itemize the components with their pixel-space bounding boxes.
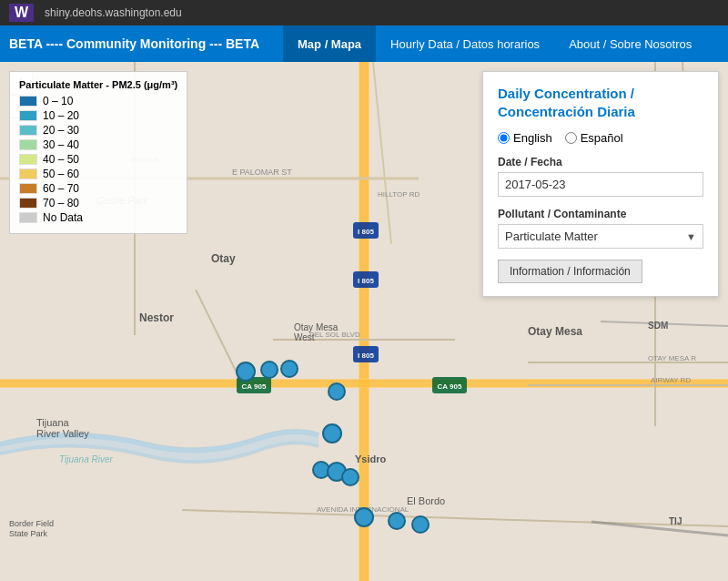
svg-text:I 805: I 805 — [358, 228, 374, 236]
app-title: BETA ---- Community Monitoring --- BETA — [9, 36, 274, 51]
legend-items: 0 – 10 10 – 20 20 – 30 30 – 40 40 – 50 5… — [19, 95, 177, 224]
browser-bar: W shiny.deohs.washington.edu — [0, 0, 728, 25]
legend-color-swatch — [19, 96, 37, 107]
legend-range-label: 50 – 60 — [43, 168, 79, 180]
svg-text:State Park: State Park — [9, 529, 48, 538]
map-data-point[interactable] — [388, 512, 406, 530]
uw-logo: W — [9, 4, 34, 22]
url-bar: shiny.deohs.washington.edu — [45, 6, 182, 19]
svg-text:SDM: SDM — [648, 321, 668, 331]
svg-text:I 805: I 805 — [358, 352, 374, 360]
svg-text:TIJ: TIJ — [669, 516, 682, 526]
map-container: I 805 I 805 I 805 CA 905 CA 905 Harbor S… — [0, 62, 728, 581]
legend-range-label: 0 – 10 — [43, 95, 73, 107]
language-selector: English Español — [498, 131, 703, 145]
lang-espanol-label[interactable]: Español — [565, 131, 623, 145]
legend-item: No Data — [19, 211, 177, 224]
legend-color-swatch — [19, 198, 37, 209]
legend-color-swatch — [19, 125, 37, 136]
svg-text:DEL SOL BLVD: DEL SOL BLVD — [309, 331, 360, 339]
nav-map[interactable]: Map / Mapa — [283, 25, 376, 62]
legend-color-swatch — [19, 212, 37, 223]
navbar: BETA ---- Community Monitoring --- BETA … — [0, 25, 728, 62]
svg-text:CA 905: CA 905 — [242, 382, 267, 391]
lang-english-label[interactable]: English — [498, 131, 552, 145]
pollutant-select[interactable]: Particulate Matter Ozone NO2 — [498, 224, 703, 249]
map-data-point[interactable] — [328, 382, 346, 401]
svg-text:Tijuana: Tijuana — [36, 417, 70, 428]
nav-links: Map / Mapa Hourly Data / Datos horarios … — [283, 25, 706, 62]
map-data-point[interactable] — [354, 507, 374, 527]
legend-item: 30 – 40 — [19, 138, 177, 151]
map-data-point[interactable] — [236, 362, 256, 382]
svg-text:River Valley: River Valley — [36, 428, 89, 439]
map-data-point[interactable] — [322, 423, 342, 443]
map-data-point[interactable] — [280, 360, 298, 378]
map-data-point[interactable] — [260, 361, 278, 379]
legend-range-label: 70 – 80 — [43, 197, 79, 209]
svg-text:I 805: I 805 — [358, 277, 374, 285]
legend-item: 60 – 70 — [19, 182, 177, 195]
legend-color-swatch — [19, 139, 37, 150]
svg-text:OTAY MESA R: OTAY MESA R — [648, 354, 696, 362]
legend-item: 10 – 20 — [19, 109, 177, 122]
legend-item: 70 – 80 — [19, 197, 177, 209]
legend-title: Particulate Matter - PM2.5 (μg/m³) — [19, 79, 177, 90]
legend-range-label: 10 – 20 — [43, 109, 79, 122]
svg-line-7 — [373, 62, 391, 244]
svg-text:Border Field: Border Field — [9, 519, 54, 528]
map-data-point[interactable] — [411, 515, 430, 534]
svg-text:CA 905: CA 905 — [438, 382, 462, 391]
legend-range-label: 60 – 70 — [43, 182, 79, 195]
nav-hourly[interactable]: Hourly Data / Datos horarios — [376, 25, 554, 62]
svg-text:Ysidro: Ysidro — [355, 454, 387, 464]
legend-item: 0 – 10 — [19, 95, 177, 107]
legend-item: 50 – 60 — [19, 168, 177, 180]
svg-line-6 — [182, 510, 728, 526]
svg-text:Tijuana River: Tijuana River — [59, 454, 113, 464]
svg-rect-1 — [359, 62, 369, 581]
side-panel: Daily Concentration / Concentración Diar… — [482, 71, 719, 297]
legend-color-swatch — [19, 168, 37, 179]
legend-item: 40 – 50 — [19, 153, 177, 166]
panel-title: Daily Concentration / Concentración Diar… — [498, 85, 703, 120]
svg-text:El Bordo: El Bordo — [407, 495, 445, 506]
svg-text:AIRWAY RD: AIRWAY RD — [651, 376, 691, 384]
lang-english-text: English — [513, 131, 552, 145]
pollutant-label: Pollutant / Contaminante — [498, 208, 703, 220]
svg-text:E PALOMAR ST: E PALOMAR ST — [232, 168, 292, 177]
info-button[interactable]: Information / Información — [498, 260, 642, 283]
legend-range-label: 40 – 50 — [43, 153, 79, 166]
legend-color-swatch — [19, 154, 37, 165]
nav-about[interactable]: About / Sobre Nosotros — [554, 25, 706, 62]
pollutant-select-wrapper: Particulate Matter Ozone NO2 ▼ — [498, 224, 703, 249]
lang-espanol-text: Español — [581, 131, 623, 145]
legend-color-swatch — [19, 110, 37, 121]
legend-item: 20 – 30 — [19, 124, 177, 137]
date-input[interactable] — [498, 172, 703, 197]
legend-range-label: No Data — [43, 211, 83, 224]
lang-english-radio[interactable] — [498, 132, 510, 144]
map-data-point[interactable] — [341, 468, 359, 486]
svg-text:HILLTOP RD: HILLTOP RD — [378, 190, 420, 199]
lang-espanol-radio[interactable] — [565, 132, 577, 144]
legend-color-swatch — [19, 183, 37, 194]
svg-text:Otay Mesa: Otay Mesa — [528, 325, 582, 338]
legend-range-label: 20 – 30 — [43, 124, 79, 137]
svg-text:Otay: Otay — [211, 252, 236, 265]
svg-text:Nestor: Nestor — [139, 311, 174, 324]
date-label: Date / Fecha — [498, 156, 703, 168]
legend: Particulate Matter - PM2.5 (μg/m³) 0 – 1… — [9, 71, 187, 234]
legend-range-label: 30 – 40 — [43, 138, 79, 151]
